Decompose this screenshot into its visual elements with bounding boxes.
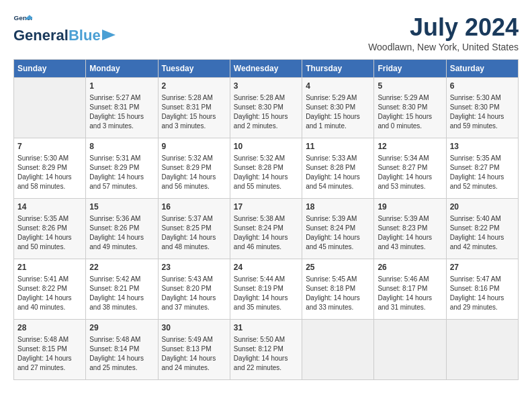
day-header-monday: Monday — [86, 60, 158, 78]
day-number: 2 — [162, 81, 226, 92]
day-info: Sunrise: 5:30 AM Sunset: 8:29 PM Dayligh… — [17, 154, 82, 191]
day-number: 12 — [378, 141, 442, 152]
day-number: 10 — [234, 141, 298, 152]
day-info: Sunrise: 5:45 AM Sunset: 8:18 PM Dayligh… — [306, 275, 370, 312]
location-subtitle: Woodlawn, New York, United States — [368, 42, 519, 52]
day-number: 13 — [450, 141, 515, 152]
calendar-cell: 19Sunrise: 5:39 AM Sunset: 8:23 PM Dayli… — [374, 199, 446, 259]
day-header-thursday: Thursday — [302, 60, 374, 78]
day-info: Sunrise: 5:29 AM Sunset: 8:30 PM Dayligh… — [378, 93, 442, 131]
calendar-cell: 2Sunrise: 5:28 AM Sunset: 8:31 PM Daylig… — [158, 78, 230, 138]
day-number: 5 — [378, 81, 442, 92]
calendar-cell: 26Sunrise: 5:46 AM Sunset: 8:17 PM Dayli… — [374, 259, 446, 320]
month-year-title: July 2024 — [368, 13, 519, 42]
calendar-cell: 12Sunrise: 5:34 AM Sunset: 8:27 PM Dayli… — [374, 138, 446, 199]
header-row: SundayMondayTuesdayWednesdayThursdayFrid… — [14, 60, 519, 78]
day-info: Sunrise: 5:50 AM Sunset: 8:12 PM Dayligh… — [234, 335, 298, 373]
calendar-cell: 5Sunrise: 5:29 AM Sunset: 8:30 PM Daylig… — [374, 78, 446, 138]
calendar-cell: 4Sunrise: 5:29 AM Sunset: 8:30 PM Daylig… — [302, 78, 374, 138]
day-number: 7 — [17, 141, 82, 152]
calendar-cell: 9Sunrise: 5:32 AM Sunset: 8:29 PM Daylig… — [158, 138, 230, 199]
day-info: Sunrise: 5:46 AM Sunset: 8:17 PM Dayligh… — [378, 275, 442, 312]
calendar-table: SundayMondayTuesdayWednesdayThursdayFrid… — [13, 59, 519, 380]
day-info: Sunrise: 5:43 AM Sunset: 8:20 PM Dayligh… — [162, 275, 226, 312]
calendar-cell: 31Sunrise: 5:50 AM Sunset: 8:12 PM Dayli… — [230, 320, 302, 380]
day-number: 9 — [162, 141, 226, 152]
day-info: Sunrise: 5:27 AM Sunset: 8:31 PM Dayligh… — [89, 93, 154, 131]
day-info: Sunrise: 5:28 AM Sunset: 8:31 PM Dayligh… — [162, 93, 226, 131]
day-info: Sunrise: 5:39 AM Sunset: 8:24 PM Dayligh… — [306, 214, 370, 252]
calendar-cell: 1Sunrise: 5:27 AM Sunset: 8:31 PM Daylig… — [86, 78, 158, 138]
day-info: Sunrise: 5:49 AM Sunset: 8:13 PM Dayligh… — [162, 335, 226, 373]
day-info: Sunrise: 5:29 AM Sunset: 8:30 PM Dayligh… — [306, 93, 370, 131]
day-number: 21 — [17, 262, 82, 273]
day-info: Sunrise: 5:42 AM Sunset: 8:21 PM Dayligh… — [89, 275, 154, 312]
day-info: Sunrise: 5:32 AM Sunset: 8:28 PM Dayligh… — [234, 154, 298, 191]
day-info: Sunrise: 5:28 AM Sunset: 8:30 PM Dayligh… — [234, 93, 298, 131]
logo: General General Blue — [13, 13, 116, 44]
calendar-header: SundayMondayTuesdayWednesdayThursdayFrid… — [14, 60, 519, 78]
day-header-saturday: Saturday — [446, 60, 518, 78]
calendar-cell: 23Sunrise: 5:43 AM Sunset: 8:20 PM Dayli… — [158, 259, 230, 320]
day-number: 14 — [17, 201, 82, 213]
day-info: Sunrise: 5:44 AM Sunset: 8:19 PM Dayligh… — [234, 275, 298, 312]
calendar-cell: 13Sunrise: 5:35 AM Sunset: 8:27 PM Dayli… — [446, 138, 518, 199]
day-info: Sunrise: 5:41 AM Sunset: 8:22 PM Dayligh… — [17, 275, 82, 312]
day-number: 25 — [306, 262, 370, 273]
week-row-3: 14Sunrise: 5:35 AM Sunset: 8:26 PM Dayli… — [14, 199, 519, 259]
logo-icon: General — [13, 13, 32, 26]
calendar-cell: 22Sunrise: 5:42 AM Sunset: 8:21 PM Dayli… — [86, 259, 158, 320]
calendar-cell: 8Sunrise: 5:31 AM Sunset: 8:29 PM Daylig… — [86, 138, 158, 199]
calendar-cell: 28Sunrise: 5:48 AM Sunset: 8:15 PM Dayli… — [14, 320, 86, 380]
day-header-friday: Friday — [374, 60, 446, 78]
page-header: General General Blue July 2024 Woodlawn,… — [13, 13, 519, 52]
calendar-cell: 10Sunrise: 5:32 AM Sunset: 8:28 PM Dayli… — [230, 138, 302, 199]
calendar-cell — [374, 320, 446, 380]
day-info: Sunrise: 5:34 AM Sunset: 8:27 PM Dayligh… — [378, 154, 442, 191]
calendar-cell: 30Sunrise: 5:49 AM Sunset: 8:13 PM Dayli… — [158, 320, 230, 380]
week-row-5: 28Sunrise: 5:48 AM Sunset: 8:15 PM Dayli… — [14, 320, 519, 380]
day-info: Sunrise: 5:39 AM Sunset: 8:23 PM Dayligh… — [378, 214, 442, 252]
calendar-cell: 24Sunrise: 5:44 AM Sunset: 8:19 PM Dayli… — [230, 259, 302, 320]
day-number: 6 — [450, 81, 515, 92]
day-info: Sunrise: 5:30 AM Sunset: 8:30 PM Dayligh… — [450, 93, 515, 131]
day-info: Sunrise: 5:37 AM Sunset: 8:25 PM Dayligh… — [162, 214, 226, 252]
calendar-body: 1Sunrise: 5:27 AM Sunset: 8:31 PM Daylig… — [14, 78, 519, 380]
day-header-wednesday: Wednesday — [230, 60, 302, 78]
svg-marker-2 — [102, 30, 116, 40]
day-number: 18 — [306, 201, 370, 213]
day-number: 16 — [162, 201, 226, 213]
calendar-cell: 16Sunrise: 5:37 AM Sunset: 8:25 PM Dayli… — [158, 199, 230, 259]
day-number: 19 — [378, 201, 442, 213]
day-number: 8 — [89, 141, 154, 152]
calendar-cell — [446, 320, 518, 380]
day-info: Sunrise: 5:31 AM Sunset: 8:29 PM Dayligh… — [89, 154, 154, 191]
day-number: 15 — [89, 201, 154, 213]
calendar-cell: 14Sunrise: 5:35 AM Sunset: 8:26 PM Dayli… — [14, 199, 86, 259]
day-number: 20 — [450, 201, 515, 213]
week-row-4: 21Sunrise: 5:41 AM Sunset: 8:22 PM Dayli… — [14, 259, 519, 320]
calendar-cell — [14, 78, 86, 138]
calendar-cell: 11Sunrise: 5:33 AM Sunset: 8:28 PM Dayli… — [302, 138, 374, 199]
day-number: 3 — [234, 81, 298, 92]
calendar-cell: 15Sunrise: 5:36 AM Sunset: 8:26 PM Dayli… — [86, 199, 158, 259]
day-info: Sunrise: 5:35 AM Sunset: 8:26 PM Dayligh… — [17, 214, 82, 252]
day-number: 29 — [89, 322, 154, 334]
calendar-cell: 20Sunrise: 5:40 AM Sunset: 8:22 PM Dayli… — [446, 199, 518, 259]
logo-general: General — [13, 27, 69, 44]
calendar-cell: 17Sunrise: 5:38 AM Sunset: 8:24 PM Dayli… — [230, 199, 302, 259]
day-info: Sunrise: 5:35 AM Sunset: 8:27 PM Dayligh… — [450, 154, 515, 191]
day-number: 27 — [450, 262, 515, 273]
day-number: 4 — [306, 81, 370, 92]
day-number: 1 — [89, 81, 154, 92]
calendar-cell: 27Sunrise: 5:47 AM Sunset: 8:16 PM Dayli… — [446, 259, 518, 320]
day-number: 23 — [162, 262, 226, 273]
day-info: Sunrise: 5:48 AM Sunset: 8:14 PM Dayligh… — [89, 335, 154, 373]
day-info: Sunrise: 5:38 AM Sunset: 8:24 PM Dayligh… — [234, 214, 298, 252]
day-number: 28 — [17, 322, 82, 334]
logo-flag-icon — [102, 30, 116, 40]
title-block: July 2024 Woodlawn, New York, United Sta… — [368, 13, 519, 52]
day-number: 17 — [234, 201, 298, 213]
day-info: Sunrise: 5:32 AM Sunset: 8:29 PM Dayligh… — [162, 154, 226, 191]
day-number: 22 — [89, 262, 154, 273]
